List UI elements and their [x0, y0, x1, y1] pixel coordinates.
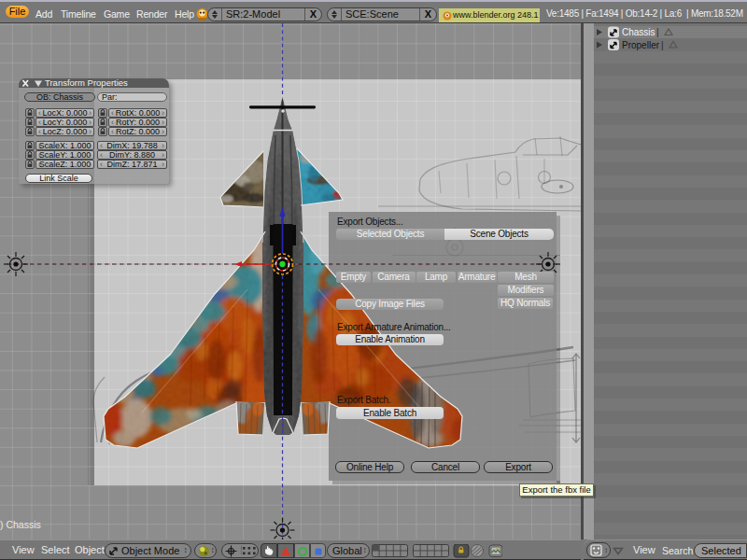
- svg-text:|: |: [661, 40, 664, 50]
- svg-text:Propeller: Propeller: [622, 40, 660, 50]
- svg-text:|: |: [656, 27, 659, 37]
- svg-text:Chassis: Chassis: [622, 27, 655, 37]
